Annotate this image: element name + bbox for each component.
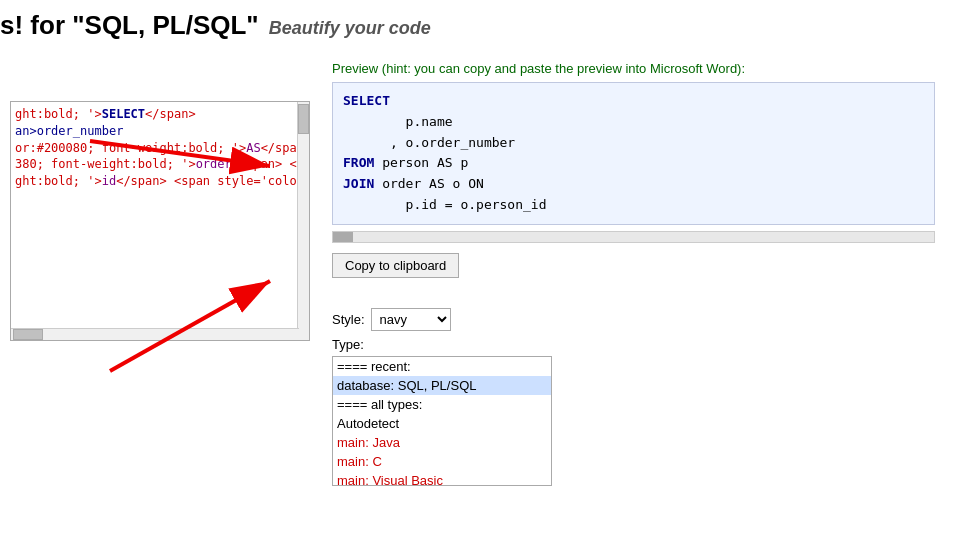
page-subtitle: Beautify your code [269,18,431,39]
sql-line-3: , o.order_number [343,133,924,154]
type-label: Type: [332,337,935,352]
preview-label: Preview (hint: you can copy and paste th… [332,61,935,76]
list-item-java[interactable]: main: Java [333,433,551,452]
page-title: s! for "SQL, PL/SQL" [0,10,259,41]
right-panel: Preview (hint: you can copy and paste th… [312,51,955,486]
options-section: Style: navy dark light monokai Type: ===… [332,308,935,486]
header-row: s! for "SQL, PL/SQL" Beautify your code [0,10,955,51]
preview-horizontal-scroll[interactable] [332,231,935,243]
list-item-sql-plsql[interactable]: database: SQL, PL/SQL [333,376,551,395]
code-line-1: ght:bold; '>SELECT</span> [15,106,305,123]
type-listbox[interactable]: ==== recent: database: SQL, PL/SQL ==== … [332,356,552,486]
sql-line-1: SELECT [343,91,924,112]
vertical-scrollbar-thumb[interactable] [298,104,309,134]
sql-line-2: p.name [343,112,924,133]
horizontal-scrollbar[interactable] [11,328,299,340]
list-item-c[interactable]: main: C [333,452,551,471]
preview-box: SELECT p.name , o.order_number FROM pers… [332,82,935,225]
preview-scroll-thumb[interactable] [333,232,353,242]
copy-to-clipboard-button[interactable]: Copy to clipboard [332,253,459,278]
code-line-2: an>order_number [15,123,305,140]
style-dropdown[interactable]: navy dark light monokai [371,308,451,331]
left-panel: ght:bold; '>SELECT</span> an>order_numbe… [0,51,312,486]
code-line-5: ght:bold; '>id</span> <span style='color [15,173,305,190]
sql-line-5: JOIN order AS o ON [343,174,924,195]
list-item-recent-header: ==== recent: [333,357,551,376]
style-row: Style: navy dark light monokai [332,308,935,331]
code-line-4: 380; font-weight:bold; '>order</span> <s [15,156,305,173]
page-wrapper: s! for "SQL, PL/SQL" Beautify your code … [0,0,955,486]
style-label: Style: [332,312,365,327]
sql-line-4: FROM person AS p [343,153,924,174]
main-content: ght:bold; '>SELECT</span> an>order_numbe… [0,51,955,486]
list-item-all-header: ==== all types: [333,395,551,414]
list-item-autodetect[interactable]: Autodetect [333,414,551,433]
code-editor[interactable]: ght:bold; '>SELECT</span> an>order_numbe… [10,101,310,341]
horizontal-scrollbar-thumb[interactable] [13,329,43,340]
sql-line-6: p.id = o.person_id [343,195,924,216]
code-line-3: or:#200080; font-weight:bold; '>AS</spar [15,140,305,157]
list-item-vb[interactable]: main: Visual Basic [333,471,551,486]
vertical-scrollbar[interactable] [297,102,309,341]
